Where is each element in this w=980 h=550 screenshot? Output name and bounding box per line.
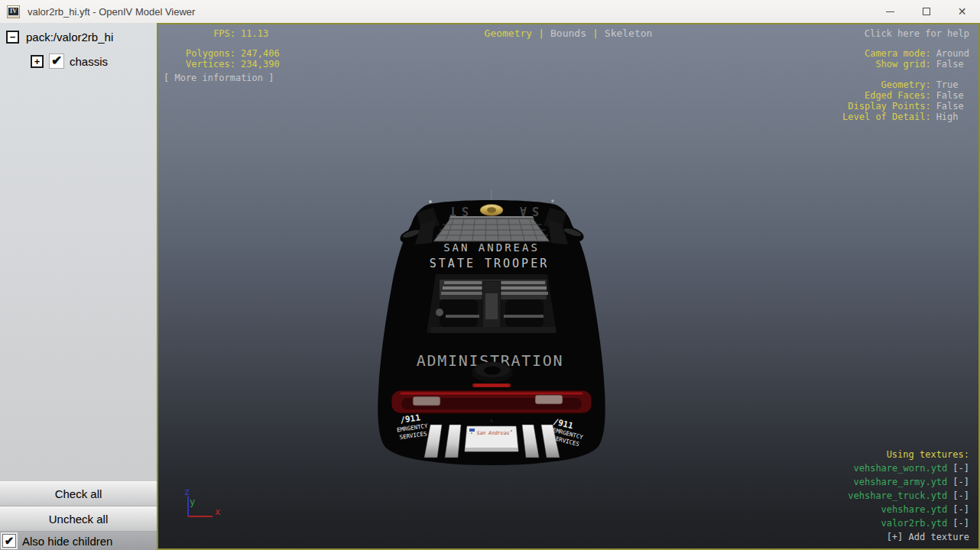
license-plate: San Andreas (465, 426, 518, 451)
tail-light-bar (391, 390, 592, 413)
titlebar: IV valor2rb_hi.yft - OpenIV Model Viewer… (0, 0, 980, 23)
openiv-model-viewer-window: IV valor2rb_hi.yft - OpenIV Model Viewer… (0, 0, 980, 550)
textures-header: Using textures: (848, 448, 969, 461)
texture-row: vehshare.ytd[-] (848, 503, 969, 516)
level-of-detail-label[interactable]: Level of Detail: (842, 112, 931, 122)
app-icon-glyph: IV (8, 8, 18, 15)
display-points-value[interactable]: False (936, 101, 964, 112)
plate-text: San Andreas (476, 430, 509, 436)
tab-bounds[interactable]: Bounds (550, 28, 586, 39)
window-controls: ✕ (872, 0, 980, 23)
show-grid-value[interactable]: False (936, 59, 964, 70)
tree-row-chassis: + ✔ chassis (0, 44, 157, 69)
add-texture-button[interactable]: [+] Add texture (848, 530, 969, 544)
minimize-button[interactable] (872, 0, 908, 23)
edged-faces-label[interactable]: Edged Faces: (865, 90, 931, 101)
fps-value: 11.13 (241, 28, 268, 39)
tab-geometry[interactable]: Geometry (485, 28, 533, 39)
roof-decal-left: ST (444, 204, 469, 218)
collapse-icon[interactable]: − (6, 31, 19, 44)
vertices-value: 234,390 (241, 59, 280, 70)
camera-mode-label[interactable]: Camera mode: (865, 48, 931, 59)
geometry-toggle-value[interactable]: True (936, 79, 959, 90)
tree-root-label[interactable]: pack:/valor2rb_hi (26, 31, 113, 44)
decal-line1: SAN ANDREAS (443, 241, 540, 254)
fps-label: FPS: (213, 28, 235, 39)
tree-row-root: − pack:/valor2rb_hi (0, 23, 157, 44)
view-mode-tabs: Geometry | Bounds | Skeleton (485, 28, 653, 39)
maximize-icon (923, 8, 930, 15)
tab-skeleton[interactable]: Skeleton (605, 28, 653, 39)
textures-overlay: Using textures: vehshare_worn.ytd[-] veh… (848, 448, 969, 544)
checkmark-icon: ✔ (51, 54, 62, 67)
remove-texture-button[interactable]: [-] (952, 490, 969, 501)
decal-line2: STATE TROOPER (430, 257, 549, 270)
settings-overlay: Click here for help Camera mode: Around … (842, 28, 969, 122)
interior (430, 280, 556, 335)
remove-texture-button[interactable]: [-] (952, 477, 969, 487)
axis-x-label: x (215, 506, 220, 517)
model-tree-sidebar: − pack:/valor2rb_hi + ✔ chassis Check al… (0, 23, 157, 550)
geometry-toggle-label[interactable]: Geometry: (881, 79, 931, 90)
texture-name[interactable]: vehshare_worn.ytd (853, 463, 947, 474)
minimize-icon (886, 11, 894, 12)
maximize-button[interactable] (908, 0, 944, 23)
check-all-button[interactable]: Check all (0, 481, 157, 506)
camera-mode-value[interactable]: Around (936, 48, 969, 59)
marker-light-right (551, 199, 554, 202)
also-hide-children-checkbox[interactable]: ✔ (2, 534, 16, 548)
texture-row: valor2rb.ytd[-] (848, 516, 969, 530)
help-link[interactable]: Click here for help (865, 28, 969, 39)
level-of-detail-value[interactable]: High (936, 112, 959, 122)
texture-name[interactable]: vehshare_army.ytd (853, 477, 947, 487)
openiv-app-icon[interactable]: IV (7, 5, 20, 18)
expand-icon[interactable]: + (31, 55, 44, 68)
more-information-link[interactable]: [ More information ] (164, 73, 280, 83)
vertices-label: Vertices: (186, 59, 235, 70)
center-brake-light-glow (475, 384, 508, 387)
tab-separator: | (538, 28, 544, 39)
tab-separator: | (592, 28, 599, 39)
trunk-emblem (472, 362, 513, 383)
axis-gizmo-icon: z y x (180, 486, 229, 524)
also-hide-children-row[interactable]: ✔ Also hide children (0, 532, 157, 550)
display-points-label[interactable]: Display Points: (848, 101, 930, 112)
window-title: valor2rb_hi.yft - OpenIV Model Viewer (28, 6, 195, 18)
texture-name[interactable]: vehshare.ytd (881, 504, 948, 515)
polygons-value: 247,406 (241, 48, 280, 59)
sidebar-bottom-actions: Check all Uncheck all ✔ Also hide childr… (0, 481, 157, 550)
remove-texture-button[interactable]: [-] (952, 463, 969, 474)
marker-light-left (429, 200, 432, 203)
close-icon: ✕ (958, 6, 967, 17)
chassis-checkbox[interactable]: ✔ (49, 53, 64, 69)
roof-decal-right: SA (514, 204, 539, 218)
tow-hook (489, 419, 494, 423)
show-grid-label[interactable]: Show grid: (875, 59, 930, 70)
uncheck-all-button[interactable]: Uncheck all (0, 506, 157, 532)
axis-z-label: z (184, 487, 190, 497)
remove-texture-button[interactable]: [-] (952, 504, 969, 515)
texture-row: vehshare_worn.ytd[-] (848, 461, 969, 475)
model-viewport-3d[interactable]: ST SA (157, 23, 980, 550)
stats-overlay: FPS: 11.13 Polygons: 247,406 Vertices: 2… (164, 28, 280, 83)
edged-faces-value[interactable]: False (936, 90, 964, 101)
checkmark-icon: ✔ (5, 535, 15, 546)
texture-name[interactable]: vehshare_truck.ytd (848, 490, 947, 501)
remove-texture-button[interactable]: [-] (952, 518, 969, 529)
texture-row: vehshare_army.ytd[-] (848, 475, 969, 489)
tree-item-chassis-label[interactable]: chassis (70, 55, 108, 68)
polygons-label: Polygons: (186, 48, 235, 59)
texture-row: vehshare_truck.ytd[-] (848, 489, 969, 503)
texture-name[interactable]: valor2rb.ytd (881, 518, 948, 529)
roof-badge-icon (480, 205, 503, 216)
close-button[interactable]: ✕ (944, 0, 980, 23)
axis-y-label: y (190, 497, 195, 507)
also-hide-children-label: Also hide children (22, 535, 112, 548)
